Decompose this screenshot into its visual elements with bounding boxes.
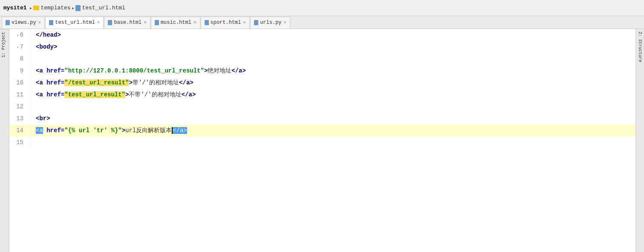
tab-close-icon[interactable]: × <box>144 20 147 25</box>
code-line: 11<a href="test_url_result">不带'/'的相对地址</… <box>9 89 635 101</box>
tab-close-icon[interactable]: × <box>284 20 287 25</box>
code-line: 14<a href="{% url 'tr' %}">url反向解析版本</a> <box>9 125 635 136</box>
code-line: 10<a href="/test_url_result">带'/'的相对地址</… <box>9 77 635 89</box>
sep1: ▸ <box>29 5 33 12</box>
project-name: mysite1 <box>3 5 27 11</box>
line-number: ▾6 <box>9 29 31 41</box>
left-sidebar: 1: Project <box>0 29 9 252</box>
tab-urls-py[interactable]: urls.py× <box>250 17 290 29</box>
tab-label: views.py <box>12 20 36 26</box>
tabs-bar: views.py×test_url.html×base.html×music.h… <box>0 16 644 29</box>
tab-label: base.html <box>114 20 142 26</box>
tab-file-icon <box>254 20 258 25</box>
line-number: 13 <box>9 113 31 125</box>
code-line: 13<br> <box>9 113 635 125</box>
tab-close-icon[interactable]: × <box>243 20 246 25</box>
line-number: ▾7 <box>9 41 31 53</box>
tab-base-html[interactable]: base.html× <box>104 17 150 29</box>
code-editor[interactable]: ▾6</head>▾7<body>89<a href="http://127.0… <box>9 29 635 252</box>
code-line: 15 <box>9 136 635 148</box>
line-content: <a href="test_url_result">不带'/'的相对地址</a> <box>31 89 635 101</box>
tab-file-icon <box>6 20 10 25</box>
line-number: 12 <box>9 101 31 113</box>
line-number: 11 <box>9 89 31 101</box>
tab-label: sport.html <box>211 20 241 26</box>
tab-file-icon <box>108 20 112 25</box>
tab-label: music.html <box>161 20 191 26</box>
tab-test_url-html[interactable]: test_url.html× <box>45 17 104 29</box>
editor-container: 1: Project ▾6</head>▾7<body>89<a href="h… <box>0 29 644 252</box>
tab-close-icon[interactable]: × <box>38 20 41 25</box>
tab-close-icon[interactable]: × <box>97 20 100 25</box>
code-line: 8 <box>9 53 635 65</box>
folder-icon <box>33 6 39 10</box>
tab-music-html[interactable]: music.html× <box>151 17 200 29</box>
file-name: test_url.html <box>82 5 125 11</box>
line-content <box>31 101 635 113</box>
tab-sport-html[interactable]: sport.html× <box>201 17 250 29</box>
structure-label: 2: Structure <box>638 29 642 62</box>
code-line: ▾7<body> <box>9 41 635 53</box>
line-content <box>31 53 635 65</box>
line-number: 10 <box>9 77 31 89</box>
line-content: <br> <box>31 113 635 125</box>
line-content: <a href="/test_url_result">带'/'的相对地址</a> <box>31 77 635 89</box>
code-line: ▾6</head> <box>9 29 635 41</box>
tab-label: urls.py <box>260 20 281 26</box>
line-number: 15 <box>9 136 31 148</box>
right-sidebar: 2: Structure <box>635 29 644 252</box>
fold-arrow-icon[interactable]: ▾ <box>17 43 19 52</box>
line-number: 9 <box>9 65 31 77</box>
line-number: 14 <box>9 125 31 136</box>
tab-file-icon <box>205 20 209 25</box>
line-content: <a href="{% url 'tr' %}">url反向解析版本</a> <box>31 125 635 136</box>
folder-name: templates <box>40 5 70 11</box>
fold-arrow-icon[interactable]: ▾ <box>17 32 19 40</box>
title-bar: mysite1 ▸ templates ▸ test_url.html <box>0 0 644 16</box>
tab-close-icon[interactable]: × <box>193 20 196 25</box>
tab-file-icon <box>49 20 53 25</box>
file-icon <box>75 5 81 11</box>
line-content <box>31 136 635 148</box>
tab-views-py[interactable]: views.py× <box>2 17 45 29</box>
tab-label: test_url.html <box>55 20 95 26</box>
code-line: 12 <box>9 101 635 113</box>
sidebar-project-label: 1: Project <box>0 29 9 60</box>
code-line: 9<a href="http://127.0.0.1:8000/test_url… <box>9 65 635 77</box>
code-lines: ▾6</head>▾7<body>89<a href="http://127.0… <box>9 29 635 148</box>
sep2: ▸ <box>72 5 75 12</box>
line-content: <a href="http://127.0.0.1:8000/test_url_… <box>31 65 635 77</box>
line-number: 8 <box>9 53 31 65</box>
tab-file-icon <box>155 20 159 25</box>
line-content: <body> <box>31 41 635 53</box>
line-content: </head> <box>31 29 635 41</box>
